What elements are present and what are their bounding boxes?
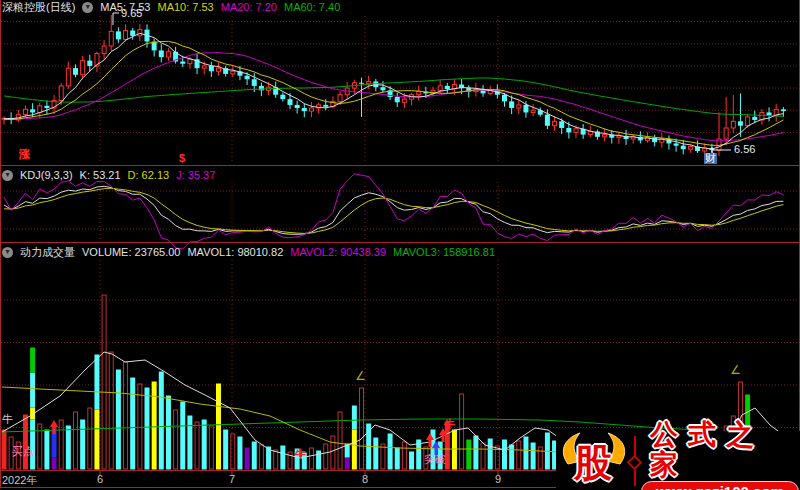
kdj-j-label: J: 35.37 (176, 169, 215, 181)
logo-text-block: 公式之家 www.gszj100.com (640, 420, 800, 490)
volume-title: 动力成交量 (20, 246, 75, 258)
buy-point-label: 买点 (12, 446, 34, 457)
month-label: 8 (362, 473, 368, 485)
peak-price-label: 9.65 (121, 8, 142, 19)
collapse-icon[interactable]: ▾ (2, 170, 13, 181)
collapse-icon[interactable]: ▾ (82, 2, 93, 13)
bull-stock-char: 股 (574, 440, 612, 486)
kdj-d-label: D: 62.13 (128, 169, 170, 181)
bull-marker-red-1: 牛 (295, 449, 306, 460)
site-url: www.gszj100.com (641, 481, 799, 490)
ma20-label: MA20: 7.20 (221, 1, 277, 13)
dollar-marker: $ (179, 153, 185, 164)
bull-marker-red-2: 牛 (444, 419, 455, 430)
kdj-title: KDJ(9,3,3) (20, 169, 73, 181)
stock-app-window: 深粮控股(日线) ▾ MA5: 7.53 MA10: 7.53 MA20: 7.… (0, 0, 800, 490)
ma10-label: MA10: 7.53 (157, 1, 213, 13)
month-label: 7 (229, 473, 235, 485)
volume-value-label: VOLUME: 23765.00 (82, 246, 180, 258)
angle-marker-1: ∠ (355, 371, 366, 382)
kdj-k-label: K: 53.21 (80, 169, 121, 181)
rise-marker: 涨 (19, 149, 30, 160)
logo-divider (634, 436, 636, 486)
low-price-label: 6.56 (734, 144, 755, 155)
mavol3-label: MAVOL3: 158916.81 (393, 246, 495, 258)
cai-marker-badge: 财 (704, 153, 717, 164)
site-name: 公式之家 (650, 420, 800, 480)
breakout-label: 突破 (424, 454, 446, 465)
watermark-logo: 股 公式之家 www.gszj100.com (556, 431, 800, 490)
kdj-panel-header: ▾ KDJ(9,3,3) K: 53.21 D: 62.13 J: 35.37 (2, 169, 215, 181)
month-label: 9 (495, 473, 501, 485)
price-volume-chart[interactable] (0, 0, 800, 490)
year-label: 2022年 (2, 473, 37, 488)
mavol1-label: MAVOL1: 98010.82 (187, 246, 283, 258)
main-panel-header: 深粮控股(日线) ▾ MA5: 7.53 MA10: 7.53 MA20: 7.… (2, 1, 340, 13)
month-label: 6 (97, 473, 103, 485)
collapse-icon[interactable]: ▾ (2, 247, 13, 258)
stock-title: 深粮控股(日线) (2, 1, 75, 13)
angle-marker-2: ∠ (730, 365, 741, 376)
bull-logo: 股 (556, 432, 630, 490)
bull-marker-white: 牛 (2, 414, 13, 425)
mavol2-label: MAVOL2: 90438.39 (290, 246, 386, 258)
volume-panel-header: ▾ 动力成交量 VOLUME: 23765.00 MAVOL1: 98010.8… (2, 246, 495, 258)
ma60-label: MA60: 7.40 (284, 1, 340, 13)
